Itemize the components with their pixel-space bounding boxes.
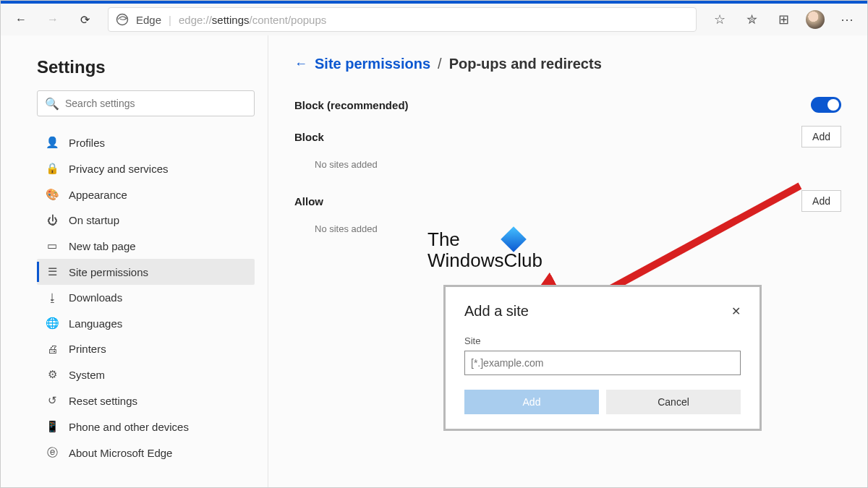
globe-icon: 🌐 (46, 317, 59, 330)
dialog-title: Add a site (464, 303, 529, 320)
toolbar-right-icons: ☆ ✮ ⊞ ⋯ (705, 5, 861, 34)
sidebar-item-printers[interactable]: 🖨Printers (37, 336, 255, 361)
breadcrumb-separator: / (438, 56, 442, 72)
allow-section-label: Allow (294, 195, 323, 207)
sidebar-item-label: New tab page (69, 240, 136, 252)
search-icon: 🔍 (45, 97, 59, 111)
permissions-icon: ☰ (46, 265, 59, 278)
sidebar-item-label: Appearance (69, 189, 127, 201)
sidebar-item-label: Downloads (69, 291, 122, 304)
sidebar-item-label: Privacy and services (69, 163, 169, 175)
sidebar-item-label: System (69, 369, 105, 381)
block-toggle[interactable] (811, 97, 841, 113)
sidebar-item-phone[interactable]: 📱Phone and other devices (37, 414, 255, 440)
allow-empty-text: No sites added (294, 216, 841, 250)
gear-icon: ⚙ (46, 368, 59, 381)
dialog-field-label: Site (464, 335, 741, 346)
back-button[interactable]: ← (7, 5, 35, 34)
sidebar-item-downloads[interactable]: ⭳Downloads (37, 285, 255, 310)
sidebar-item-profiles[interactable]: 👤Profiles (37, 129, 255, 155)
sidebar-item-label: Phone and other devices (69, 421, 189, 433)
sidebar-item-label: Languages (69, 317, 122, 330)
dialog-add-button[interactable]: Add (464, 390, 599, 414)
sidebar-item-about[interactable]: ⓔAbout Microsoft Edge (37, 440, 255, 466)
newtab-icon: ▭ (46, 239, 59, 252)
add-site-dialog: Add a site ✕ Site Add Cancel (443, 285, 762, 431)
download-icon: ⭳ (46, 291, 59, 304)
breadcrumb-current: Pop-ups and redirects (449, 56, 602, 72)
settings-search[interactable]: 🔍 (37, 90, 255, 116)
phone-icon: 📱 (46, 420, 59, 433)
address-url: edge://settings/content/popups (179, 14, 326, 26)
settings-sidebar: Settings 🔍 👤Profiles 🔒Privacy and servic… (1, 35, 268, 487)
dialog-cancel-button[interactable]: Cancel (606, 390, 741, 414)
settings-menu: 👤Profiles 🔒Privacy and services 🎨Appeara… (37, 129, 255, 466)
sidebar-item-privacy[interactable]: 🔒Privacy and services (37, 155, 255, 181)
collections-icon[interactable]: ⊞ (769, 5, 798, 34)
app-window: ← → ⟳ Edge | edge://settings/content/pop… (0, 0, 868, 488)
lock-icon: 🔒 (46, 162, 59, 175)
breadcrumb-back-icon[interactable]: ← (294, 56, 307, 72)
sidebar-item-label: Profiles (69, 137, 105, 149)
dialog-close-icon[interactable]: ✕ (731, 304, 741, 318)
power-icon: ⏻ (46, 214, 59, 226)
sidebar-item-reset[interactable]: ↺Reset settings (37, 388, 255, 414)
address-separator: | (169, 14, 171, 26)
sidebar-item-label: Printers (69, 343, 106, 355)
address-brand: Edge (136, 14, 161, 26)
refresh-button[interactable]: ⟳ (70, 5, 99, 34)
printer-icon: 🖨 (46, 343, 59, 355)
address-bar[interactable]: Edge | edge://settings/content/popups (108, 7, 697, 32)
sidebar-item-label: On startup (69, 214, 119, 226)
sidebar-item-label: About Microsoft Edge (69, 447, 172, 459)
profile-avatar[interactable] (801, 5, 830, 34)
sidebar-item-languages[interactable]: 🌐Languages (37, 310, 255, 336)
profile-icon: 👤 (46, 136, 59, 149)
block-section-label: Block (294, 131, 324, 143)
forward-button: → (38, 5, 67, 34)
sidebar-item-sitepermissions[interactable]: ☰Site permissions (37, 259, 255, 285)
block-recommended-label: Block (recommended) (294, 99, 409, 111)
edge-logo-icon (116, 13, 129, 26)
settings-title: Settings (37, 57, 255, 77)
block-empty-text: No sites added (294, 152, 841, 186)
palette-icon: 🎨 (46, 188, 59, 201)
breadcrumb: ← Site permissions / Pop-ups and redirec… (294, 56, 841, 72)
sidebar-item-label: Reset settings (69, 395, 137, 407)
edge-icon: ⓔ (46, 446, 59, 460)
allow-section-row: Allow Add (294, 186, 841, 216)
block-section-row: Block Add (294, 121, 841, 152)
block-recommended-row: Block (recommended) (294, 93, 841, 117)
sidebar-item-newtab[interactable]: ▭New tab page (37, 233, 255, 259)
dialog-site-input[interactable] (464, 351, 741, 375)
more-menu-icon[interactable]: ⋯ (833, 5, 861, 34)
allow-add-button[interactable]: Add (801, 190, 841, 212)
favorite-star-icon[interactable]: ☆ (705, 5, 734, 34)
sidebar-item-onstartup[interactable]: ⏻On startup (37, 207, 255, 233)
settings-search-input[interactable] (65, 98, 247, 109)
sidebar-item-appearance[interactable]: 🎨Appearance (37, 181, 255, 207)
favorites-bar-icon[interactable]: ✮ (737, 5, 766, 34)
sidebar-item-system[interactable]: ⚙System (37, 361, 255, 388)
sidebar-item-label: Site permissions (69, 266, 148, 278)
reset-icon: ↺ (46, 394, 59, 407)
breadcrumb-link[interactable]: Site permissions (315, 56, 430, 72)
browser-toolbar: ← → ⟳ Edge | edge://settings/content/pop… (1, 1, 867, 35)
content-body: Settings 🔍 👤Profiles 🔒Privacy and servic… (1, 35, 867, 487)
block-add-button[interactable]: Add (801, 126, 841, 147)
